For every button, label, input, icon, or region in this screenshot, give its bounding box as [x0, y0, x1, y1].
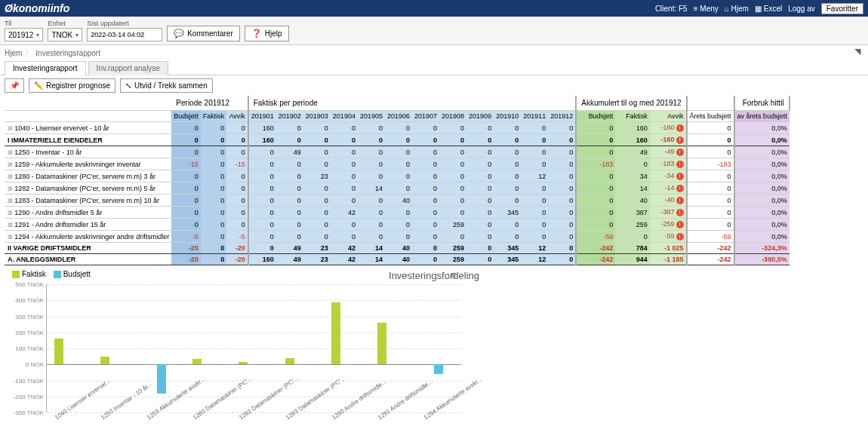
table-row[interactable]: 1291 - Andre driftsmidler 15 år000000000… — [5, 219, 790, 231]
col-header: 201906 — [385, 111, 412, 122]
col-header: Faktisk — [201, 111, 227, 122]
utvid-trekk-button[interactable]: ⤡Utvid / Trekk sammen — [120, 78, 213, 93]
tab-investeringsrapport[interactable]: Investeringsrapport — [5, 61, 86, 75]
col-header: Avvik — [650, 111, 687, 122]
chart-bar[interactable] — [239, 362, 248, 364]
favorites-button[interactable]: Favoritter — [821, 3, 863, 14]
chart-bar[interactable] — [192, 359, 202, 364]
enhet-label: Enhet — [48, 20, 82, 27]
table-row[interactable]: 1294 - Akkumulerte avskrivninger andre d… — [5, 231, 790, 243]
comment-icon: 💬 — [174, 29, 184, 38]
nav-excel[interactable]: ▦ Excel — [755, 5, 782, 13]
row-label[interactable]: 1259 - Akkumulerte avskrivninger inventa… — [5, 158, 171, 170]
col-header: 201903 — [303, 111, 331, 122]
row-label[interactable]: 1282 - Datamaskiner (PC'er, servere m.m)… — [5, 182, 171, 195]
alert-dot-icon: ! — [676, 136, 684, 144]
alert-dot-icon: ! — [676, 197, 684, 204]
col-header: 201909 — [466, 111, 494, 122]
investerings-table: Periode 201912 Faktisk per periode Akkum… — [5, 96, 790, 265]
collapse-panel-icon[interactable]: ◥ — [854, 47, 860, 57]
col-header: 201908 — [439, 111, 466, 122]
alert-dot-icon: ! — [676, 233, 684, 241]
nav-client[interactable]: Client: F5 — [655, 5, 688, 13]
table-row[interactable]: 1290 - Andre driftsmidler 5 år0000004200… — [5, 207, 790, 219]
nav-hjem[interactable]: ⌂ Hjem — [725, 5, 749, 13]
nav-meny[interactable]: ≡ Meny — [694, 5, 719, 13]
alert-dot-icon: ! — [676, 161, 684, 168]
breadcrumb-report[interactable]: Investeringsrapport — [35, 49, 100, 57]
col-header: 201905 — [358, 111, 385, 122]
enhet-select[interactable]: TNOK — [48, 28, 82, 41]
chart-bar[interactable] — [100, 357, 109, 364]
row-label[interactable]: II VARIGE DRIFTSMIDLER — [5, 243, 171, 254]
alert-dot-icon: ! — [676, 185, 684, 192]
app-brand: Økonomiinfo — [5, 2, 69, 14]
alert-dot-icon: ! — [676, 221, 684, 228]
chart-title: Investeringsfordeling — [5, 270, 863, 281]
chart-bar[interactable] — [377, 323, 386, 364]
pin-icon: 📌 — [10, 81, 19, 90]
table-row[interactable]: 1040 - Lisenser ervervet - 10 år00016000… — [5, 122, 790, 134]
col-header: Årets budsjett — [687, 111, 734, 122]
sist-oppdatert-field: 2022-03-14 04:02 — [87, 28, 162, 41]
alert-dot-icon: ! — [676, 149, 684, 156]
grid-icon: ▦ — [755, 5, 762, 13]
col-header: 201910 — [494, 111, 521, 122]
kommentarer-button[interactable]: 💬Kommentarer — [167, 26, 240, 41]
alert-dot-icon: ! — [676, 209, 684, 216]
alert-dot-icon: ! — [676, 173, 684, 180]
row-label[interactable]: 1283 - Datamaskiner (PC'er, servere m.m)… — [5, 195, 171, 207]
row-label[interactable]: I IMMATERIELLE EIENDELER — [5, 134, 171, 146]
row-label[interactable]: 1250 - Inventar - 10 år — [5, 146, 171, 158]
row-label[interactable]: 1294 - Akkumulerte avskrivninger andre d… — [5, 231, 171, 243]
col-header: 201902 — [276, 111, 303, 122]
hjelp-button[interactable]: ❓Hjelp — [245, 26, 289, 41]
col-header: 201907 — [412, 111, 439, 122]
chart-bar[interactable] — [331, 302, 340, 364]
breadcrumb-home[interactable]: Hjem — [5, 49, 22, 57]
row-label[interactable]: 1291 - Andre driftsmidler 15 år — [5, 219, 171, 231]
table-row[interactable]: I IMMATERIELLE EIENDELER0001600000000000… — [5, 134, 790, 146]
col-header: 201901 — [248, 111, 276, 122]
row-label[interactable]: A. ANLEGGSMIDLER — [5, 254, 171, 265]
pin-button[interactable]: 📌 — [5, 78, 24, 93]
alert-dot-icon: ! — [676, 124, 684, 132]
chart-bar[interactable] — [54, 339, 63, 364]
home-icon: ⌂ — [725, 5, 729, 13]
tab-inv-analyse[interactable]: Inv.rapport analyse — [88, 61, 168, 75]
col-header: 201904 — [331, 111, 358, 122]
table-row[interactable]: 1280 - Datamaskiner (PC'er, servere m.m)… — [5, 170, 790, 182]
til-select[interactable]: 201912 — [5, 28, 43, 41]
table-row[interactable]: 1250 - Inventar - 10 år00004900000000000… — [5, 146, 790, 158]
chart-menu-icon[interactable]: ≡ — [451, 270, 456, 280]
col-header: av årets budsjett — [734, 111, 790, 122]
nav-loggav[interactable]: Logg av — [788, 5, 815, 13]
registrer-prognose-button[interactable]: ✏️Registrer prognose — [29, 78, 115, 93]
table-row[interactable]: 1283 - Datamaskiner (PC'er, servere m.m)… — [5, 195, 790, 207]
breadcrumb-sep: 〉 — [25, 48, 32, 58]
group-akkumulert: Akkumulert til og med 201912 — [576, 96, 686, 111]
list-icon: ≡ — [694, 5, 698, 13]
help-icon: ❓ — [251, 29, 262, 38]
col-header: Avvik — [226, 111, 248, 122]
legend-faktisk: Faktisk — [12, 270, 46, 278]
row-label[interactable]: 1040 - Lisenser ervervet - 10 år — [5, 122, 171, 134]
group-faktisk-per-periode: Faktisk per periode — [248, 96, 577, 111]
sist-label: Sist oppdatert — [87, 20, 162, 27]
expand-collapse-icon: ⤡ — [125, 81, 131, 90]
table-row[interactable]: II VARIGE DRIFTSMIDLER-200-2004923421440… — [5, 243, 790, 254]
table-row[interactable]: A. ANLEGGSMIDLER-200-2016049234214400259… — [5, 254, 790, 265]
col-header: 201912 — [548, 111, 576, 122]
table-row[interactable]: 1259 - Akkumulerte avskrivninger inventa… — [5, 158, 790, 170]
row-label[interactable]: 1290 - Andre driftsmidler 5 år — [5, 207, 171, 219]
table-row[interactable]: 1282 - Datamaskiner (PC'er, servere m.m)… — [5, 182, 790, 195]
col-header: Faktisk — [615, 111, 649, 122]
legend-budsjett: Budsjett — [54, 270, 91, 278]
chart-bar[interactable] — [285, 358, 294, 365]
pencil-icon: ✏️ — [34, 81, 43, 90]
col-header — [5, 111, 171, 122]
til-label: Til — [5, 20, 43, 27]
row-label[interactable]: 1280 - Datamaskiner (PC'er, servere m.m)… — [5, 170, 171, 182]
group-forbruk: Forbruk hittil — [734, 96, 790, 111]
col-header: 201911 — [521, 111, 548, 122]
